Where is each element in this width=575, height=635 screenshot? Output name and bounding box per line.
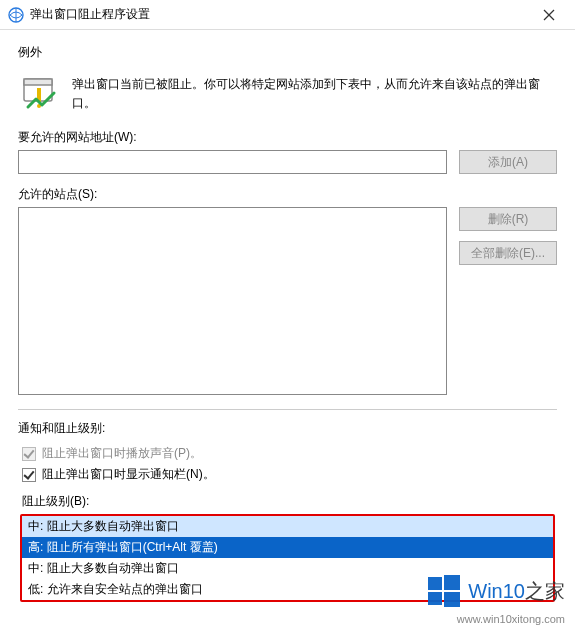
block-level-label: 阻止级别(B): [22,493,557,510]
play-sound-checkbox-row: 阻止弹出窗口时播放声音(P)。 [22,445,557,462]
exceptions-desc-text: 弹出窗口当前已被阻止。你可以将特定网站添加到下表中，从而允许来自该站点的弹出窗口… [72,73,557,113]
exceptions-group: 例外 弹出窗口当前已被阻止。你可以将特定网站添加到下表中，从而允许来自该站点的弹… [18,44,557,395]
level-option-current[interactable]: 中: 阻止大多数自动弹出窗口 [22,516,553,537]
svg-rect-9 [444,575,460,590]
exceptions-group-label: 例外 [18,44,557,61]
watermark-url: www.win10xitong.com [457,613,565,625]
allowed-sites-listbox[interactable] [18,207,447,395]
window-body: 例外 弹出窗口当前已被阻止。你可以将特定网站添加到下表中，从而允许来自该站点的弹… [0,30,575,630]
watermark-text-blue: Win10 [468,580,525,602]
play-sound-checkbox[interactable] [22,447,36,461]
show-notification-bar-checkbox[interactable] [22,468,36,482]
svg-rect-10 [428,592,442,605]
sites-row: 删除(R) 全部删除(E)... [18,207,557,395]
svg-rect-5 [24,79,52,85]
remove-button[interactable]: 删除(R) [459,207,557,231]
allowed-url-input[interactable] [18,150,447,174]
show-notification-bar-label: 阻止弹出窗口时显示通知栏(N)。 [42,466,215,483]
separator [18,409,557,410]
watermark-logo-block: Win10之家 [426,573,565,609]
window-title: 弹出窗口阻止程序设置 [30,6,529,23]
watermark-text-home: 之家 [525,580,565,602]
url-field-label: 要允许的网站地址(W): [18,129,557,146]
sites-list-label: 允许的站点(S): [18,186,557,203]
sites-buttons-col: 删除(R) 全部删除(E)... [459,207,557,395]
url-input-row: 添加(A) [18,150,557,174]
notify-group-label: 通知和阻止级别: [18,420,557,437]
level-option-high[interactable]: 高: 阻止所有弹出窗口(Ctrl+Alt 覆盖) [22,537,553,558]
popup-allowed-icon [20,73,64,117]
svg-rect-11 [444,592,460,607]
windows-logo-icon [426,573,462,609]
exceptions-desc-row: 弹出窗口当前已被阻止。你可以将特定网站添加到下表中，从而允许来自该站点的弹出窗口… [18,69,557,129]
show-bar-checkbox-row: 阻止弹出窗口时显示通知栏(N)。 [22,466,557,483]
svg-rect-8 [428,577,442,590]
close-button[interactable] [529,1,569,29]
watermark-text: Win10之家 [468,578,565,605]
remove-all-button[interactable]: 全部删除(E)... [459,241,557,265]
play-sound-label: 阻止弹出窗口时播放声音(P)。 [42,445,202,462]
add-button[interactable]: 添加(A) [459,150,557,174]
app-icon [8,7,24,23]
title-bar: 弹出窗口阻止程序设置 [0,0,575,30]
